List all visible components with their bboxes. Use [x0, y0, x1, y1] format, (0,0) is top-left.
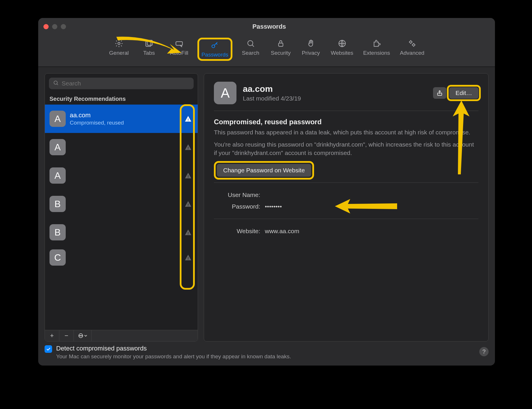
svg-text:!: !	[188, 231, 189, 235]
svg-text:!: !	[188, 118, 189, 122]
warning-icon: !	[184, 229, 192, 236]
tab-privacy[interactable]: Privacy	[299, 38, 323, 61]
tabs-icon	[144, 39, 154, 48]
avatar: A	[49, 111, 66, 127]
website-label: Website:	[214, 228, 260, 235]
section-header: Security Recommendations	[45, 93, 198, 105]
avatar: A	[49, 139, 66, 155]
website-value[interactable]: www.aa.com	[265, 228, 299, 235]
avatar: B	[49, 224, 66, 240]
search-icon	[246, 39, 255, 48]
list-item[interactable]: A !	[45, 161, 198, 190]
edit-button[interactable]: Edit…	[449, 87, 478, 99]
list-item[interactable]: B !	[45, 218, 198, 247]
svg-text:!: !	[188, 174, 189, 179]
warning-text: You're also reusing this password on "dr…	[214, 140, 478, 157]
website-section: Website: www.aa.com	[214, 219, 478, 243]
warning-icon: !	[184, 115, 192, 123]
search-input[interactable]	[62, 80, 190, 87]
warning-icon: !	[184, 254, 192, 261]
checkbox-description: Your Mac can securely monitor your passw…	[56, 353, 291, 360]
remove-button[interactable]: −	[59, 330, 74, 341]
tab-search[interactable]: Search	[239, 38, 263, 61]
more-button[interactable]	[74, 330, 92, 341]
content-area: Security Recommendations A aa.com Compro…	[38, 67, 495, 348]
checkbox-label: Detect compromised passwords	[56, 345, 291, 352]
bottom-bar: Detect compromised passwords Your Mac ca…	[45, 345, 489, 360]
warning-section: Compromised, reused password This passwo…	[214, 111, 478, 183]
svg-point-20	[82, 335, 82, 336]
svg-point-4	[212, 45, 215, 48]
titlebar: Passwords	[38, 18, 495, 35]
password-list-sidebar: Security Recommendations A aa.com Compro…	[45, 73, 198, 342]
avatar: A	[49, 167, 66, 184]
help-button[interactable]: ?	[479, 347, 489, 356]
search-field-container[interactable]	[49, 78, 194, 89]
globe-icon	[337, 39, 347, 48]
preferences-toolbar: General Tabs AutoFill Passwords Search	[38, 35, 495, 67]
password-list[interactable]: A aa.com Compromised, reused ! A !	[45, 105, 198, 330]
tab-autofill[interactable]: AutoFill	[167, 38, 191, 61]
lock-icon	[276, 39, 285, 48]
svg-text:!: !	[188, 203, 189, 207]
svg-point-18	[80, 335, 81, 336]
warning-icon: !	[184, 143, 192, 151]
avatar: B	[49, 196, 66, 212]
warning-title: Compromised, reused password	[214, 118, 478, 126]
sidebar-footer: + −	[45, 330, 198, 341]
list-item[interactable]: C !	[45, 247, 198, 269]
hand-icon	[306, 39, 315, 48]
username-label: User Name:	[214, 191, 260, 198]
warning-icon: !	[184, 172, 192, 179]
share-button[interactable]	[433, 87, 446, 99]
detail-modified: Last modified 4/23/19	[243, 95, 301, 102]
tab-passwords[interactable]: Passwords	[197, 38, 232, 61]
svg-text:!: !	[188, 146, 189, 150]
tab-websites[interactable]: Websites	[329, 38, 355, 61]
svg-point-19	[79, 335, 80, 336]
avatar: C	[49, 249, 66, 266]
svg-rect-3	[176, 42, 183, 45]
svg-point-8	[410, 41, 412, 43]
search-icon	[53, 80, 59, 87]
svg-point-9	[412, 44, 415, 46]
detect-compromised-checkbox[interactable]	[45, 345, 52, 353]
tab-tabs[interactable]: Tabs	[137, 38, 161, 61]
password-detail-panel: A aa.com Last modified 4/23/19 Edit… Co	[204, 73, 489, 342]
preferences-window: Passwords General Tabs AutoFill Pas	[38, 18, 495, 366]
window-title: Passwords	[49, 23, 490, 30]
tab-advanced[interactable]: Advanced	[398, 38, 426, 61]
change-password-button[interactable]: Change Password on Website	[217, 164, 311, 177]
password-label: Password:	[214, 203, 260, 210]
list-item[interactable]: A aa.com Compromised, reused !	[45, 105, 198, 133]
gears-icon	[408, 39, 417, 48]
annotation-highlight: Change Password on Website	[214, 161, 314, 180]
svg-rect-6	[278, 43, 283, 46]
svg-point-5	[248, 41, 253, 46]
list-item-subtitle: Compromised, reused	[70, 120, 193, 126]
detail-title: aa.com	[243, 84, 301, 94]
gear-icon	[114, 39, 124, 48]
avatar: A	[214, 82, 236, 104]
close-window-button[interactable]	[43, 24, 49, 29]
list-item-title: aa.com	[70, 112, 193, 119]
detail-header: A aa.com Last modified 4/23/19 Edit…	[214, 82, 478, 111]
puzzle-icon	[372, 39, 381, 48]
list-item[interactable]: A !	[45, 133, 198, 161]
svg-point-0	[118, 42, 120, 45]
svg-text:!: !	[188, 256, 189, 261]
warning-icon: !	[184, 200, 192, 208]
list-item[interactable]: B !	[45, 190, 198, 218]
tab-general[interactable]: General	[107, 38, 131, 61]
add-button[interactable]: +	[45, 330, 59, 341]
credentials-section: User Name: Password: ••••••••	[214, 183, 478, 219]
tab-extensions[interactable]: Extensions	[362, 38, 392, 61]
password-value[interactable]: ••••••••	[265, 203, 282, 210]
warning-text: This password has appeared in a data lea…	[214, 128, 478, 136]
svg-point-10	[54, 81, 57, 84]
key-icon	[210, 41, 219, 50]
tab-security[interactable]: Security	[269, 38, 293, 61]
autofill-icon	[175, 39, 184, 48]
